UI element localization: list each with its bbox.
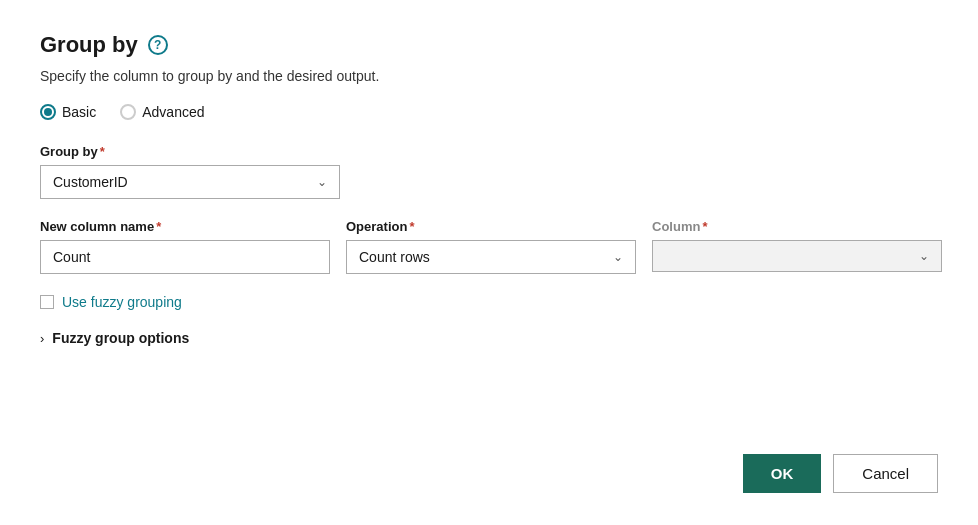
group-by-dialog: Group by ? Specify the column to group b… [0, 0, 978, 525]
fuzzy-checkbox-label[interactable]: Use fuzzy grouping [62, 294, 182, 310]
operation-group: Operation* Count rows ⌄ [346, 219, 636, 274]
group-by-required: * [100, 144, 105, 159]
radio-basic[interactable]: Basic [40, 104, 96, 120]
help-icon[interactable]: ? [148, 35, 168, 55]
fuzzy-options-expand[interactable]: › Fuzzy group options [40, 330, 938, 346]
column-required: * [702, 219, 707, 234]
column-group: Column* ⌄ [652, 219, 942, 272]
operation-label: Operation* [346, 219, 636, 234]
title-row: Group by ? [40, 32, 938, 58]
radio-advanced-circle [120, 104, 136, 120]
group-by-chevron-icon: ⌄ [317, 175, 327, 189]
expand-chevron-icon: › [40, 331, 44, 346]
dialog-title: Group by [40, 32, 138, 58]
ok-button[interactable]: OK [743, 454, 822, 493]
new-column-label: New column name* [40, 219, 330, 234]
fuzzy-checkbox[interactable] [40, 295, 54, 309]
fuzzy-checkbox-row: Use fuzzy grouping [40, 294, 938, 310]
radio-advanced[interactable]: Advanced [120, 104, 204, 120]
radio-group: Basic Advanced [40, 104, 938, 120]
group-by-label: Group by* [40, 144, 938, 159]
radio-basic-label: Basic [62, 104, 96, 120]
new-column-required: * [156, 219, 161, 234]
group-by-value: CustomerID [53, 174, 128, 190]
cancel-button[interactable]: Cancel [833, 454, 938, 493]
radio-advanced-label: Advanced [142, 104, 204, 120]
operation-required: * [409, 219, 414, 234]
dialog-subtitle: Specify the column to group by and the d… [40, 68, 938, 84]
operation-select[interactable]: Count rows ⌄ [346, 240, 636, 274]
group-by-section: Group by* CustomerID ⌄ [40, 144, 938, 199]
column-select[interactable]: ⌄ [652, 240, 942, 272]
group-by-select[interactable]: CustomerID ⌄ [40, 165, 340, 199]
operation-value: Count rows [359, 249, 430, 265]
fuzzy-options-label: Fuzzy group options [52, 330, 189, 346]
new-column-input[interactable] [40, 240, 330, 274]
radio-basic-circle [40, 104, 56, 120]
new-column-group: New column name* [40, 219, 330, 274]
column-chevron-icon: ⌄ [919, 249, 929, 263]
button-row: OK Cancel [743, 454, 938, 493]
fields-row: New column name* Operation* Count rows ⌄… [40, 219, 938, 274]
operation-chevron-icon: ⌄ [613, 250, 623, 264]
column-label: Column* [652, 219, 942, 234]
